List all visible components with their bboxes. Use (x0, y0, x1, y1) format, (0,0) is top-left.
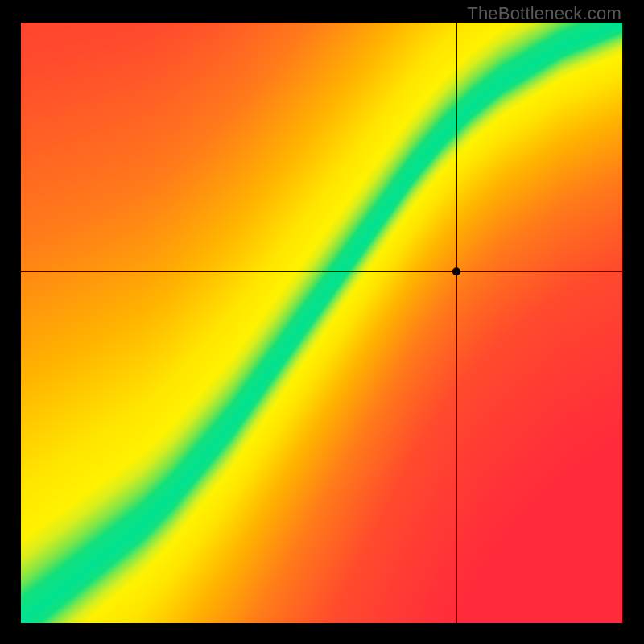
bottleneck-heatmap (21, 23, 622, 623)
chart-frame: TheBottleneck.com (0, 0, 644, 644)
watermark-text: TheBottleneck.com (467, 3, 621, 24)
